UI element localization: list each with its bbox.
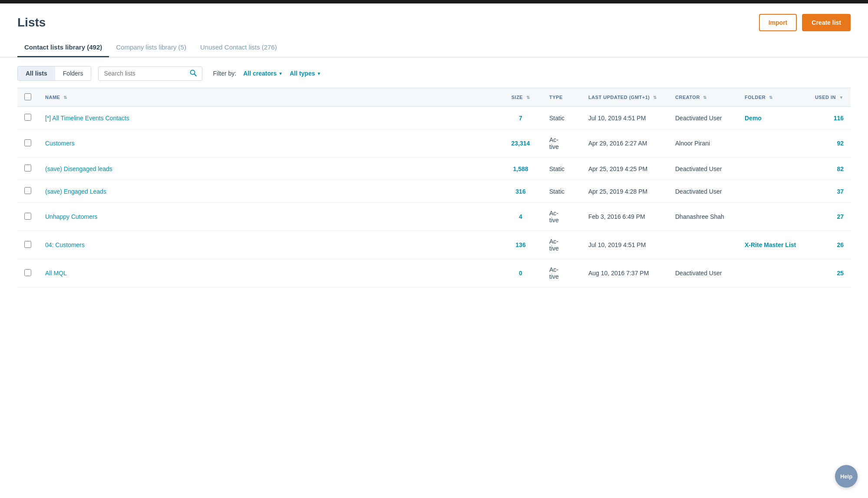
col-name[interactable]: NAME ⇅ bbox=[38, 88, 499, 107]
table-row: [*] All Timeline Events Contacts7StaticJ… bbox=[17, 107, 851, 129]
row-folder bbox=[738, 180, 807, 203]
table-row: Customers23,314Ac- tiveApr 29, 2016 2:27… bbox=[17, 129, 851, 158]
row-type: Ac- tive bbox=[542, 203, 581, 231]
row-used-in: 116 bbox=[807, 107, 851, 129]
table-row: 04: Customers136Ac- tiveJul 10, 2019 4:5… bbox=[17, 231, 851, 259]
lists-table: NAME ⇅ SIZE ⇅ TYPE LAST UPDATED (GMT+1) … bbox=[17, 88, 851, 287]
row-folder bbox=[738, 203, 807, 231]
lists-table-container: NAME ⇅ SIZE ⇅ TYPE LAST UPDATED (GMT+1) … bbox=[0, 88, 868, 287]
size-sort-icon: ⇅ bbox=[526, 95, 530, 100]
row-checkbox[interactable] bbox=[24, 139, 31, 146]
row-folder[interactable]: X-Rite Master List bbox=[738, 231, 807, 259]
table-row: (save) Engaged Leads316StaticApr 25, 201… bbox=[17, 180, 851, 203]
creators-caret-icon: ▼ bbox=[278, 71, 283, 76]
row-folder[interactable]: Demo bbox=[738, 107, 807, 129]
col-updated[interactable]: LAST UPDATED (GMT+1) ⇅ bbox=[581, 88, 668, 107]
row-checkbox[interactable] bbox=[24, 165, 31, 171]
used-sort-icon: ▼ bbox=[839, 95, 844, 100]
row-folder bbox=[738, 259, 807, 287]
row-checkbox[interactable] bbox=[24, 114, 31, 121]
updated-sort-icon: ⇅ bbox=[653, 95, 657, 100]
row-checkbox-cell bbox=[17, 107, 38, 129]
row-folder bbox=[738, 158, 807, 180]
tab-company-lists[interactable]: Company lists library (5) bbox=[109, 38, 193, 57]
create-list-button[interactable]: Create list bbox=[802, 14, 851, 31]
row-checkbox-cell bbox=[17, 158, 38, 180]
row-updated: Jul 10, 2019 4:51 PM bbox=[581, 107, 668, 129]
row-name[interactable]: [*] All Timeline Events Contacts bbox=[38, 107, 499, 129]
row-name[interactable]: 04: Customers bbox=[38, 231, 499, 259]
select-all-checkbox[interactable] bbox=[24, 93, 31, 100]
page-header: Lists Import Create list bbox=[0, 3, 868, 38]
folders-toggle[interactable]: Folders bbox=[55, 66, 91, 80]
row-creator: Deactivated User bbox=[668, 107, 738, 129]
search-input[interactable] bbox=[104, 70, 186, 77]
row-type: Static bbox=[542, 158, 581, 180]
row-creator: Alnoor Pirani bbox=[668, 129, 738, 158]
row-updated: Aug 10, 2016 7:37 PM bbox=[581, 259, 668, 287]
header-actions: Import Create list bbox=[759, 14, 851, 31]
col-folder[interactable]: FOLDER ⇅ bbox=[738, 88, 807, 107]
row-creator: Deactivated User bbox=[668, 180, 738, 203]
row-updated: Feb 3, 2016 6:49 PM bbox=[581, 203, 668, 231]
row-type: Static bbox=[542, 180, 581, 203]
toolbar: All lists Folders Filter by: All creator… bbox=[0, 57, 868, 88]
name-sort-icon: ⇅ bbox=[63, 95, 67, 100]
col-used-in[interactable]: USED IN ▼ bbox=[807, 88, 851, 107]
row-name[interactable]: (save) Disengaged leads bbox=[38, 158, 499, 180]
row-size: 136 bbox=[499, 231, 542, 259]
row-name[interactable]: Customers bbox=[38, 129, 499, 158]
all-lists-toggle[interactable]: All lists bbox=[18, 66, 55, 80]
folder-sort-icon: ⇅ bbox=[769, 95, 773, 100]
table-row: All MQL0Ac- tiveAug 10, 2016 7:37 PMDeac… bbox=[17, 259, 851, 287]
tabs-container: Contact lists library (492) Company list… bbox=[0, 38, 868, 57]
all-types-filter[interactable]: All types ▼ bbox=[290, 70, 321, 77]
tab-unused-contacts[interactable]: Unused Contact lists (276) bbox=[193, 38, 284, 57]
row-size: 0 bbox=[499, 259, 542, 287]
row-name[interactable]: (save) Engaged Leads bbox=[38, 180, 499, 203]
all-creators-filter[interactable]: All creators ▼ bbox=[243, 70, 283, 77]
select-all-header bbox=[17, 88, 38, 107]
row-checkbox-cell bbox=[17, 180, 38, 203]
col-size[interactable]: SIZE ⇅ bbox=[499, 88, 542, 107]
row-checkbox[interactable] bbox=[24, 241, 31, 248]
types-caret-icon: ▼ bbox=[317, 71, 321, 76]
row-name[interactable]: Unhappy Cutomers bbox=[38, 203, 499, 231]
svg-line-1 bbox=[195, 74, 197, 76]
row-checkbox-cell bbox=[17, 203, 38, 231]
row-checkbox-cell bbox=[17, 259, 38, 287]
row-creator: Dhanashree Shah bbox=[668, 203, 738, 231]
row-creator: Deactivated User bbox=[668, 158, 738, 180]
row-creator bbox=[668, 231, 738, 259]
row-updated: Apr 25, 2019 4:25 PM bbox=[581, 158, 668, 180]
import-button[interactable]: Import bbox=[759, 14, 797, 31]
row-updated: Jul 10, 2019 4:51 PM bbox=[581, 231, 668, 259]
row-updated: Apr 29, 2016 2:27 AM bbox=[581, 129, 668, 158]
row-creator: Deactivated User bbox=[668, 259, 738, 287]
view-toggle: All lists Folders bbox=[17, 66, 91, 81]
col-type: TYPE bbox=[542, 88, 581, 107]
filter-label: Filter by: bbox=[213, 70, 236, 77]
row-name[interactable]: All MQL bbox=[38, 259, 499, 287]
row-type: Ac- tive bbox=[542, 129, 581, 158]
row-checkbox[interactable] bbox=[24, 187, 31, 194]
row-checkbox[interactable] bbox=[24, 213, 31, 220]
table-header-row: NAME ⇅ SIZE ⇅ TYPE LAST UPDATED (GMT+1) … bbox=[17, 88, 851, 107]
table-row: Unhappy Cutomers4Ac- tiveFeb 3, 2016 6:4… bbox=[17, 203, 851, 231]
row-updated: Apr 25, 2019 4:28 PM bbox=[581, 180, 668, 203]
row-used-in: 82 bbox=[807, 158, 851, 180]
row-type: Ac- tive bbox=[542, 231, 581, 259]
row-type: Ac- tive bbox=[542, 259, 581, 287]
row-used-in: 25 bbox=[807, 259, 851, 287]
row-used-in: 92 bbox=[807, 129, 851, 158]
row-used-in: 37 bbox=[807, 180, 851, 203]
page-title: Lists bbox=[17, 16, 46, 30]
creator-sort-icon: ⇅ bbox=[703, 95, 707, 100]
row-folder bbox=[738, 129, 807, 158]
col-creator[interactable]: CREATOR ⇅ bbox=[668, 88, 738, 107]
tab-contact-lists[interactable]: Contact lists library (492) bbox=[17, 38, 109, 57]
row-type: Static bbox=[542, 107, 581, 129]
table-row: (save) Disengaged leads1,588StaticApr 25… bbox=[17, 158, 851, 180]
row-checkbox[interactable] bbox=[24, 269, 31, 276]
row-checkbox-cell bbox=[17, 231, 38, 259]
